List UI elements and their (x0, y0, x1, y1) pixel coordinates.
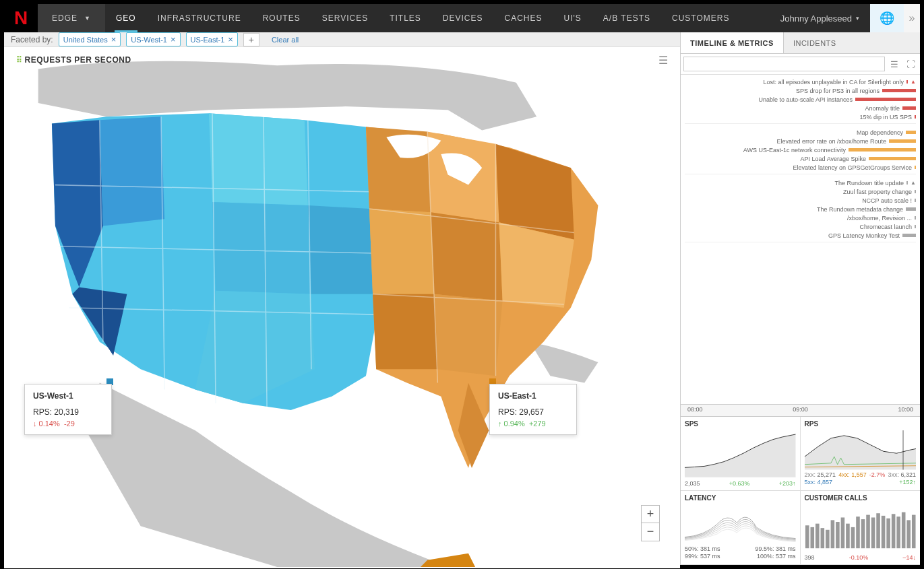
svg-rect-22 (911, 515, 915, 549)
search-input[interactable] (683, 57, 885, 71)
timeline-row[interactable]: Elevated error rate on /xbox/home Route (685, 137, 916, 145)
topbar: N EDGE ▼ GEO INFRASTRUCTURE ROUTES SERVI… (4, 4, 920, 32)
close-icon[interactable]: × (228, 34, 233, 44)
chart-calls[interactable]: CUSTOMER CALLS 398-0.10%–14↓ (801, 491, 921, 565)
timeline-row[interactable]: Lost: all episodes unplayable in CA for … (685, 77, 916, 86)
svg-rect-1 (805, 525, 809, 548)
list-icon: ☰ (890, 59, 898, 69)
timeline-row[interactable]: Map dependency (685, 128, 916, 137)
expand-button[interactable]: ⛶ (904, 57, 917, 71)
timeline-label: Chromecast launch (685, 224, 912, 230)
tab-incidents[interactable]: INCIDENTS (784, 32, 846, 53)
timeline-row[interactable]: The Rundown title update▲ (685, 178, 916, 187)
zoom-out-button[interactable]: − (642, 523, 659, 541)
timeline-bar (849, 148, 916, 152)
map-area[interactable]: ⠿REQUESTS PER SECOND ☰ (4, 47, 680, 568)
timeline-row[interactable]: NCCP auto scale ! (685, 196, 916, 205)
region-rps: RPS: 29,657 (498, 407, 568, 417)
right-panel: TIMELINE & METRICS INCIDENTS ☰ ⛶ Lost: a… (680, 32, 920, 565)
timeline-label: NCCP auto scale ! (685, 197, 912, 204)
chart-rps[interactable]: RPS 2xx: 25,271 4xx: 1,557 -2.7% 3xx: 6,… (801, 417, 921, 491)
globe-icon: 🌐 (880, 11, 894, 26)
timeline-row[interactable]: Chromecast launch (685, 222, 916, 231)
timeline-row[interactable]: Zuul fast property change (685, 187, 916, 196)
user-name: Johnny Appleseed (780, 13, 852, 24)
clear-all-link[interactable]: Clear all (272, 36, 299, 44)
nav-infrastructure[interactable]: INFRASTRUCTURE (147, 4, 252, 32)
svg-rect-5 (826, 530, 830, 548)
svg-rect-21 (906, 520, 911, 548)
nav-routes[interactable]: ROUTES (252, 4, 311, 32)
timeline[interactable]: Lost: all episodes unplayable in CA for … (681, 75, 920, 404)
map-title: ⠿REQUESTS PER SECOND (16, 55, 131, 65)
timeline-row[interactable]: The Rundown metadata change (685, 205, 916, 213)
time-axis: 08:00 09:00 10:00 (681, 404, 920, 416)
timeline-row[interactable]: AWS US-East-1c network connectivity (685, 145, 916, 154)
facet-bar: Faceted by: United States× US-West-1× US… (4, 32, 680, 47)
zoom-in-button[interactable]: + (642, 506, 659, 523)
chart-sps[interactable]: SPS 2,035+0.63%+203↑ (681, 417, 801, 491)
timeline-row[interactable]: Elevated latency on GPSGetGroups Service (685, 163, 916, 172)
add-facet-button[interactable]: + (243, 33, 259, 46)
timeline-label: SPS drop for PS3 in all regions (685, 88, 880, 94)
svg-rect-11 (856, 516, 860, 548)
timeline-bar (906, 181, 908, 185)
facet-label: Faceted by: (11, 35, 53, 44)
timeline-row[interactable]: Unable to auto-scale API instances (685, 95, 916, 104)
globe-button[interactable]: 🌐 (870, 4, 904, 32)
time-tick: 10:00 (898, 406, 913, 415)
timeline-label: Zuul fast property change (685, 189, 912, 195)
timeline-label: 15% dip in US SPS (685, 114, 912, 121)
logo-n: N (14, 7, 28, 29)
timeline-row[interactable]: SPS drop for PS3 in all regions (685, 86, 916, 95)
tab-timeline[interactable]: TIMELINE & METRICS (681, 32, 784, 53)
timeline-row[interactable]: GPS Latency Monkey Test (685, 231, 916, 240)
timeline-bar (915, 216, 916, 220)
svg-rect-17 (886, 518, 890, 548)
region-card-west[interactable]: US-West-1 RPS: 20,319 ↓ 0.14% -29 (24, 384, 112, 435)
nav-services[interactable]: SERVICES (311, 4, 379, 32)
region-name: US-West-1 (33, 391, 103, 401)
nav-uis[interactable]: UI'S (553, 4, 592, 32)
close-icon[interactable]: × (171, 34, 176, 44)
nav-devices[interactable]: DEVICES (432, 4, 494, 32)
svg-rect-4 (820, 528, 824, 548)
timeline-bar (915, 190, 916, 193)
facet-chip-us[interactable]: United States× (59, 32, 121, 46)
time-tick: 09:00 (793, 406, 808, 415)
timeline-bar (902, 106, 916, 110)
user-menu[interactable]: Johnny Appleseed ▾ (770, 4, 870, 32)
chart-latency[interactable]: LATENCY 50%: 381 ms 99.5%: 381 ms 99%: 5… (681, 491, 801, 565)
svg-rect-8 (840, 517, 844, 548)
nav-geo[interactable]: GEO (105, 4, 147, 32)
region-card-east[interactable]: US-East-1 RPS: 29,657 ↑ 0.94% +279 (489, 384, 577, 435)
list-view-button[interactable]: ☰ (888, 57, 901, 71)
expand-button[interactable]: » (904, 4, 920, 32)
edge-dropdown[interactable]: EDGE ▼ (38, 4, 105, 32)
timeline-bar (915, 166, 916, 169)
timeline-row[interactable]: /xbox/home, Revision ... (685, 213, 916, 222)
svg-rect-7 (836, 522, 840, 548)
region-name: US-East-1 (498, 391, 568, 401)
facet-chip-west[interactable]: US-West-1× (126, 32, 180, 46)
us-map[interactable] (4, 47, 680, 568)
timeline-bar (915, 115, 916, 119)
map-menu-button[interactable]: ☰ (658, 54, 668, 67)
right-tabs: TIMELINE & METRICS INCIDENTS (681, 32, 920, 54)
nav-abtests[interactable]: A/B TESTS (592, 4, 661, 32)
nav-caches[interactable]: CACHES (494, 4, 553, 32)
timeline-row[interactable]: Anomaly title (685, 104, 916, 112)
close-icon[interactable]: × (111, 34, 117, 44)
region-west[interactable] (52, 113, 376, 410)
timeline-row[interactable]: 15% dip in US SPS (685, 112, 916, 121)
svg-rect-16 (881, 516, 885, 548)
logo: N (4, 4, 38, 32)
nav-customers[interactable]: CUSTOMERS (661, 4, 740, 32)
nav-titles[interactable]: TITLES (379, 4, 432, 32)
edge-label: EDGE (52, 13, 78, 23)
timeline-row[interactable]: API Load Average Spike (685, 154, 916, 163)
svg-rect-15 (876, 513, 880, 548)
timeline-bar (915, 199, 916, 202)
timeline-bar (906, 80, 908, 83)
facet-chip-east[interactable]: US-East-1× (186, 32, 238, 46)
